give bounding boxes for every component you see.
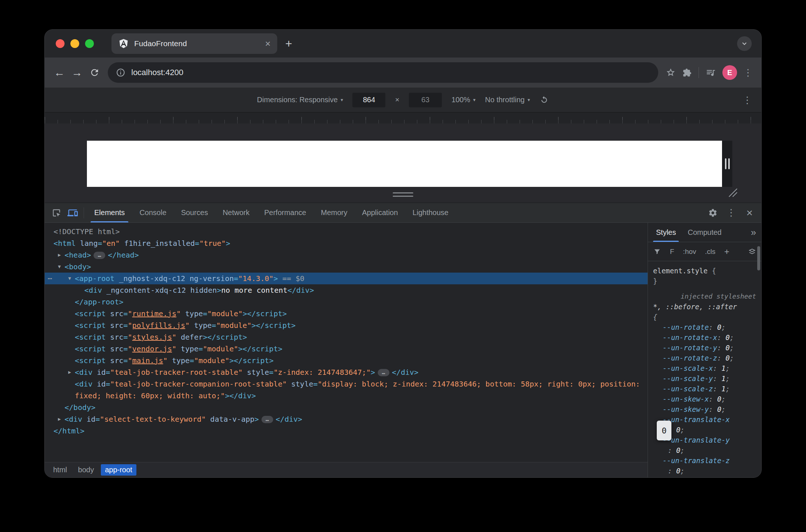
css-property[interactable]: --un-rotate-z: 0; <box>653 353 756 363</box>
expand-arrow-open-icon[interactable]: ▼ <box>65 273 74 284</box>
expand-badge[interactable]: … <box>378 369 389 376</box>
back-icon[interactable]: ← <box>51 64 68 81</box>
element-states-button[interactable]: :hov <box>683 248 696 256</box>
zoom-window-button[interactable] <box>85 39 94 48</box>
css-property[interactable]: --un-scale-y: 1; <box>653 373 756 384</box>
url-bar[interactable]: localhost:4200 <box>108 62 658 83</box>
dom-tree-row[interactable]: </body> <box>45 402 648 413</box>
dom-tree-row[interactable]: <div id="teal-job-tracker-companion-root… <box>45 378 648 402</box>
page-content[interactable] <box>87 141 722 187</box>
chevron-down-icon <box>741 40 748 47</box>
expand-badge[interactable]: … <box>261 416 273 423</box>
expand-arrow-open-icon[interactable]: ▼ <box>55 261 64 273</box>
throttling-select[interactable]: No throttling ▾ <box>485 96 530 104</box>
reload-icon[interactable] <box>86 64 103 81</box>
filter-funnel-icon[interactable] <box>653 248 661 256</box>
viewport-resize-grip[interactable] <box>728 188 738 199</box>
dom-tree-row[interactable]: ▶<div id="teal-job-tracker-root-stable" … <box>45 366 648 378</box>
sidebar-tab-computed[interactable]: Computed <box>682 223 727 242</box>
devtools-tab-console[interactable]: Console <box>132 203 173 222</box>
width-input[interactable]: 864 <box>352 93 385 107</box>
devtools-close-icon[interactable]: × <box>741 205 758 221</box>
device-dimensions-select[interactable]: Dimensions: Responsive ▾ <box>257 96 343 104</box>
dom-tree-row[interactable]: ▼<body> <box>45 261 648 273</box>
minimize-window-button[interactable] <box>70 39 79 48</box>
stylesheet-origin[interactable]: injected stylesheet <box>653 291 756 302</box>
css-property[interactable]: --un-scale-z: 1; <box>653 384 756 394</box>
dom-tree-row[interactable]: <html lang="en" f1hire_installed="true"> <box>45 237 648 249</box>
element-style-rule[interactable]: element.style { <box>653 266 756 276</box>
injected-style-rule[interactable]: injected stylesheet *, ::before, ::after… <box>653 291 756 477</box>
devtools-tab-network[interactable]: Network <box>215 203 257 222</box>
dom-tree-row[interactable]: <script src="runtime.js" type="module"><… <box>45 308 648 319</box>
breadcrumb-item-html[interactable]: html <box>49 464 71 476</box>
settings-gear-icon[interactable] <box>705 205 721 221</box>
dom-tree-row[interactable]: <script src="main.js" type="module"></sc… <box>45 355 648 366</box>
dom-tree-row[interactable]: <div _ngcontent-xdq-c12 hidden>no more c… <box>45 284 648 296</box>
zoom-select[interactable]: 100% ▾ <box>451 96 476 104</box>
expand-arrow-closed-icon[interactable]: ▶ <box>55 249 64 261</box>
class-toggle-button[interactable]: .cls <box>705 248 716 256</box>
style-selector: *, ::before, ::after <box>653 302 756 312</box>
dom-tree-row[interactable]: <script src="polyfills.js" type="module"… <box>45 319 648 331</box>
devtools-tab-lighthouse[interactable]: Lighthouse <box>405 203 456 222</box>
devtools-resize-handle[interactable] <box>393 192 413 197</box>
devtools-tab-memory[interactable]: Memory <box>314 203 355 222</box>
breadcrumb-item-body[interactable]: body <box>74 464 98 476</box>
expand-arrow-closed-icon[interactable]: ▶ <box>55 413 64 425</box>
devtools-tab-performance[interactable]: Performance <box>257 203 314 222</box>
page-scrollbar[interactable] <box>722 141 732 187</box>
css-property[interactable]: --un-translate-z: 0; <box>653 455 756 476</box>
site-info-icon[interactable] <box>116 68 125 77</box>
tab-search-button[interactable] <box>737 36 752 51</box>
dom-tree-row[interactable]: <script src="vendor.js" type="module"></… <box>45 343 648 355</box>
device-toggle-icon[interactable] <box>65 205 81 221</box>
close-window-button[interactable] <box>56 39 65 48</box>
layers-icon[interactable] <box>748 248 756 256</box>
dom-tree-row[interactable]: ▶<div id="select-text-to-keyword" data-v… <box>45 413 648 425</box>
inspect-icon[interactable] <box>48 205 65 221</box>
dom-tree-row[interactable]: </html> <box>45 425 648 437</box>
css-property[interactable]: --un-rotate: 0; <box>653 322 756 332</box>
extensions-icon[interactable] <box>679 64 695 81</box>
new-tab-button[interactable]: + <box>285 38 292 49</box>
browser-window: FudaoFrontend × + ← → localhost:4200 <box>44 29 762 478</box>
css-property[interactable]: --un-pan-x: ; <box>653 476 756 477</box>
css-property[interactable]: --un-rotate-x: 0; <box>653 332 756 343</box>
tab-close-icon[interactable]: × <box>265 39 271 48</box>
device-toolbar-menu-icon[interactable]: ⋮ <box>740 94 755 106</box>
profile-avatar[interactable]: E <box>722 65 737 80</box>
node-menu-dots-icon[interactable]: ⋯ <box>48 273 52 284</box>
breadcrumb-item-app-root[interactable]: app-root <box>101 464 136 476</box>
devtools-tab-sources[interactable]: Sources <box>174 203 215 222</box>
browser-menu-icon[interactable]: ⋮ <box>741 67 755 78</box>
dom-tree-row[interactable]: </app-root> <box>45 296 648 308</box>
height-input[interactable]: 63 <box>409 93 442 107</box>
expand-badge[interactable]: … <box>94 252 105 259</box>
forward-icon[interactable]: → <box>68 64 86 81</box>
rotate-icon[interactable] <box>539 95 549 105</box>
devtools-toolbar: ElementsConsoleSourcesNetworkPerformance… <box>45 203 761 223</box>
angular-favicon <box>118 38 129 49</box>
css-property[interactable]: --un-skew-x: 0; <box>653 394 756 404</box>
bookmark-star-icon[interactable] <box>663 64 679 81</box>
dom-tree-row[interactable]: <script src="styles.js" defer></script> <box>45 331 648 343</box>
new-style-rule-button[interactable]: + <box>724 247 729 257</box>
media-controls-icon[interactable] <box>703 64 719 81</box>
dom-tree-row[interactable]: ▶<head>…</head> <box>45 249 648 261</box>
css-property[interactable]: --un-skew-y: 0; <box>653 404 756 414</box>
dom-tree-row[interactable]: ⋯▼<app-root _nghost-xdq-c12 ng-version="… <box>45 273 648 284</box>
browser-tab[interactable]: FudaoFrontend × <box>111 33 277 54</box>
more-tabs-icon[interactable]: » <box>751 227 759 238</box>
css-property[interactable]: --un-rotate-y: 0; <box>653 343 756 353</box>
expand-arrow-closed-icon[interactable]: ▶ <box>65 366 74 378</box>
sidebar-tab-styles[interactable]: Styles <box>650 223 682 242</box>
devtools-tab-application[interactable]: Application <box>355 203 405 222</box>
sidebar-scrollbar[interactable] <box>757 246 760 270</box>
url-text[interactable]: localhost:4200 <box>131 68 183 77</box>
filter-input[interactable]: F <box>670 248 674 256</box>
dom-tree-row[interactable]: <!DOCTYPE html> <box>45 226 648 237</box>
css-property[interactable]: --un-scale-x: 1; <box>653 363 756 373</box>
devtools-menu-icon[interactable]: ⋮ <box>723 205 739 221</box>
devtools-tab-elements[interactable]: Elements <box>87 203 132 222</box>
